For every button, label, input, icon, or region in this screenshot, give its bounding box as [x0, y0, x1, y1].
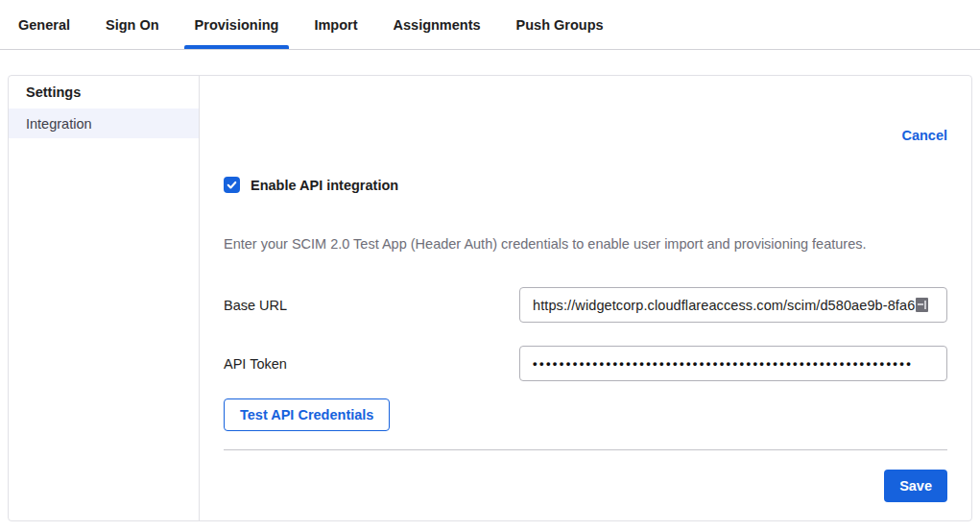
tab-general[interactable]: General [18, 0, 70, 49]
test-api-credentials-button[interactable]: Test API Credentials [224, 398, 390, 431]
tab-import[interactable]: Import [314, 0, 357, 49]
api-token-label: API Token [224, 356, 519, 372]
selected-text-block [916, 298, 928, 312]
sidebar-header: Settings [9, 76, 199, 109]
sidebar-item-integration[interactable]: Integration [9, 109, 199, 138]
credentials-description: Enter your SCIM 2.0 Test App (Header Aut… [224, 236, 947, 253]
tab-push-groups[interactable]: Push Groups [516, 0, 604, 49]
cancel-row: Cancel [224, 128, 947, 144]
save-row: Save [224, 470, 947, 502]
api-token-input[interactable]: ••••••••••••••••••••••••••••••••••••••••… [519, 346, 947, 381]
settings-sidebar: Settings Integration [9, 76, 200, 520]
footer-divider [224, 449, 947, 450]
tab-sign-on[interactable]: Sign On [106, 0, 159, 49]
enable-api-integration-checkbox[interactable] [224, 177, 240, 193]
test-credentials-row: Test API Credentials [224, 398, 947, 431]
tab-provisioning[interactable]: Provisioning [195, 0, 279, 49]
provisioning-panel: Settings Integration Cancel Enable API i… [8, 75, 972, 521]
enable-api-integration-row: Enable API integration [224, 177, 947, 193]
base-url-value: https://widgetcorp.cloudflareaccess.com/… [533, 298, 915, 313]
base-url-label: Base URL [224, 298, 519, 313]
integration-settings-content: Cancel Enable API integration Enter your… [200, 76, 971, 520]
base-url-row: Base URL https://widgetcorp.cloudflareac… [224, 287, 947, 323]
api-token-masked-value: ••••••••••••••••••••••••••••••••••••••••… [533, 356, 913, 371]
api-token-row: API Token ••••••••••••••••••••••••••••••… [224, 346, 947, 381]
save-button[interactable]: Save [884, 470, 947, 502]
app-tab-bar: General Sign On Provisioning Import Assi… [0, 0, 980, 50]
cancel-link[interactable]: Cancel [901, 128, 947, 144]
tab-assignments[interactable]: Assignments [394, 0, 481, 49]
enable-api-integration-label: Enable API integration [251, 178, 398, 193]
checkmark-icon [227, 180, 237, 190]
base-url-input[interactable]: https://widgetcorp.cloudflareaccess.com/… [519, 287, 947, 323]
